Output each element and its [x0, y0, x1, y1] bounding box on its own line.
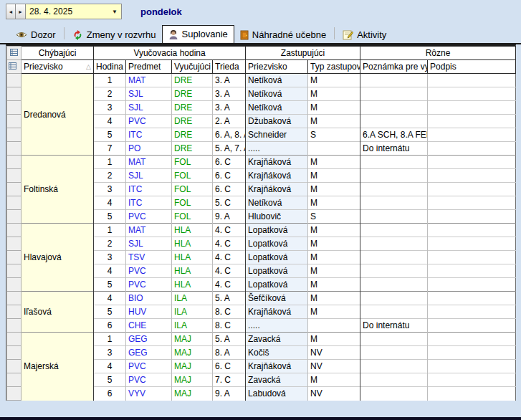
cell-zastupujuci-priezvisko[interactable]: ..... — [246, 319, 308, 333]
tab-suplovanie[interactable]: Suplovanie — [162, 25, 234, 43]
cell-trieda[interactable]: 4. C — [213, 237, 246, 251]
cell-vyucujuci[interactable]: FOL — [172, 156, 213, 169]
col-header-trieda[interactable]: Trieda — [213, 60, 246, 74]
col-header-priezvisko-zastupujuci[interactable]: Priezvisko — [246, 60, 308, 74]
tab-aktivity[interactable]: Aktivity — [337, 27, 392, 43]
row-handle[interactable] — [7, 264, 21, 278]
cell-predmet[interactable]: TSV — [126, 251, 172, 264]
cell-predmet[interactable]: PVC — [126, 373, 172, 387]
cell-hodina[interactable]: 6 — [94, 387, 126, 401]
cell-typ-zastupovania[interactable]: M — [308, 169, 360, 183]
cell-poznamka[interactable] — [360, 346, 428, 360]
cell-trieda[interactable]: 3. A — [213, 87, 246, 101]
section-header-rozne[interactable]: Rôzne — [360, 47, 516, 60]
cell-zastupujuci-priezvisko[interactable]: Krajňáková — [246, 183, 308, 196]
prev-day-button[interactable]: ◄ — [6, 4, 16, 19]
cell-poznamka[interactable] — [360, 237, 428, 251]
cell-zastupujuci-priezvisko[interactable]: Kočiš — [246, 346, 308, 360]
cell-typ-zastupovania[interactable]: M — [308, 156, 360, 169]
cell-zastupujuci-priezvisko[interactable]: Zavacká — [246, 333, 308, 346]
row-handle[interactable] — [7, 101, 21, 115]
cell-vyucujuci[interactable]: DRE — [172, 128, 213, 142]
cell-poznamka[interactable] — [360, 264, 428, 278]
cell-hodina[interactable]: 1 — [94, 74, 126, 87]
row-handle[interactable] — [7, 305, 21, 319]
cell-poznamka[interactable]: Do internátu — [360, 142, 428, 156]
row-handle[interactable] — [7, 319, 21, 333]
cell-vyucujuci[interactable]: MAJ — [172, 387, 213, 401]
cell-trieda[interactable]: 4. C — [213, 264, 246, 278]
cell-podpis[interactable] — [428, 373, 516, 387]
cell-podpis[interactable] — [428, 264, 516, 278]
absent-teacher-cell[interactable]: Dredanová — [21, 74, 94, 156]
cell-podpis[interactable] — [428, 210, 516, 224]
cell-podpis[interactable] — [428, 387, 516, 401]
row-handle[interactable] — [7, 333, 21, 346]
cell-zastupujuci-priezvisko[interactable]: Netíková — [246, 101, 308, 115]
cell-hodina[interactable]: 3 — [94, 101, 126, 115]
cell-podpis[interactable] — [428, 101, 516, 115]
cell-vyucujuci[interactable]: DRE — [172, 87, 213, 101]
cell-predmet[interactable]: PVC — [126, 264, 172, 278]
cell-zastupujuci-priezvisko[interactable]: Netíková — [246, 87, 308, 101]
col-header-hodina[interactable]: Hodina — [94, 60, 126, 74]
cell-poznamka[interactable] — [360, 373, 428, 387]
cell-typ-zastupovania[interactable]: M — [308, 101, 360, 115]
cell-hodina[interactable]: 5 — [94, 373, 126, 387]
cell-hodina[interactable]: 5 — [94, 278, 126, 292]
cell-hodina[interactable]: 2 — [94, 237, 126, 251]
row-handle[interactable] — [7, 128, 21, 142]
cell-poznamka[interactable] — [360, 74, 428, 87]
row-handle[interactable] — [7, 387, 21, 401]
cell-typ-zastupovania[interactable]: NV — [308, 360, 360, 373]
cell-trieda[interactable]: 5. C — [213, 196, 246, 210]
cell-podpis[interactable] — [428, 237, 516, 251]
cell-vyucujuci[interactable]: DRE — [172, 101, 213, 115]
cell-hodina[interactable]: 1 — [94, 333, 126, 346]
sort-ascending-icon[interactable]: △ — [86, 63, 91, 70]
cell-predmet[interactable]: GEG — [126, 346, 172, 360]
cell-poznamka[interactable] — [360, 101, 428, 115]
cell-vyucujuci[interactable]: HLA — [172, 278, 213, 292]
row-handle[interactable] — [7, 87, 21, 101]
cell-predmet[interactable]: PVC — [126, 115, 172, 128]
cell-vyucujuci[interactable]: FOL — [172, 210, 213, 224]
cell-zastupujuci-priezvisko[interactable]: Schneider — [246, 128, 308, 142]
cell-zastupujuci-priezvisko[interactable]: Lopatková — [246, 237, 308, 251]
cell-poznamka[interactable] — [360, 169, 428, 183]
cell-poznamka[interactable] — [360, 196, 428, 210]
cell-trieda[interactable]: 5. A — [213, 333, 246, 346]
cell-podpis[interactable] — [428, 278, 516, 292]
row-handle[interactable] — [7, 360, 21, 373]
cell-predmet[interactable]: MAT — [126, 224, 172, 237]
cell-zastupujuci-priezvisko[interactable]: Netíková — [246, 74, 308, 87]
cell-hodina[interactable]: 3 — [94, 251, 126, 264]
cell-vyucujuci[interactable]: MAJ — [172, 346, 213, 360]
cell-typ-zastupovania[interactable] — [308, 142, 360, 156]
cell-podpis[interactable] — [428, 183, 516, 196]
cell-typ-zastupovania[interactable]: S — [308, 128, 360, 142]
cell-vyucujuci[interactable]: MAJ — [172, 373, 213, 387]
cell-trieda[interactable]: 6. A, 8. A — [213, 128, 246, 142]
cell-zastupujuci-priezvisko[interactable]: Krajňáková — [246, 305, 308, 319]
col-header-poznamka[interactable]: Poznámka pre vy — [360, 60, 428, 74]
row-handle[interactable] — [7, 373, 21, 387]
cell-typ-zastupovania[interactable]: M — [308, 237, 360, 251]
row-handle[interactable] — [7, 142, 21, 156]
cell-predmet[interactable]: MAT — [126, 74, 172, 87]
cell-hodina[interactable]: 5 — [94, 305, 126, 319]
cell-predmet[interactable]: ITC — [126, 196, 172, 210]
cell-vyucujuci[interactable]: ILA — [172, 319, 213, 333]
cell-hodina[interactable]: 2 — [94, 169, 126, 183]
row-handle[interactable] — [7, 169, 21, 183]
cell-poznamka[interactable] — [360, 360, 428, 373]
cell-trieda[interactable]: 9. A — [213, 387, 246, 401]
tab-zmeny-v-rozvrhu[interactable]: Zmeny v rozvrhu — [67, 27, 162, 43]
cell-typ-zastupovania[interactable]: S — [308, 210, 360, 224]
cell-predmet[interactable]: SJL — [126, 169, 172, 183]
cell-poznamka[interactable] — [360, 87, 428, 101]
cell-typ-zastupovania[interactable]: M — [308, 264, 360, 278]
cell-hodina[interactable]: 5 — [94, 128, 126, 142]
cell-podpis[interactable] — [428, 142, 516, 156]
cell-hodina[interactable]: 4 — [94, 360, 126, 373]
